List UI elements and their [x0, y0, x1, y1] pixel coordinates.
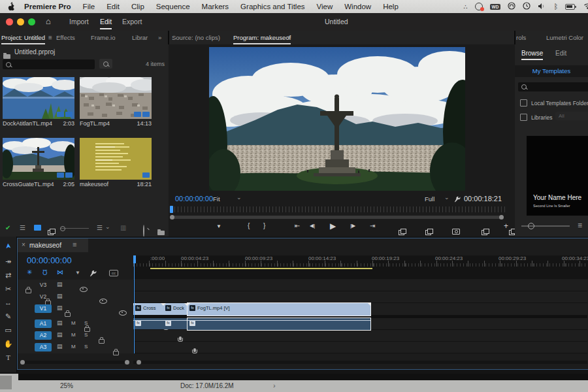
scrollbar-handle[interactable] — [125, 360, 129, 365]
track-output-eye-icon[interactable] — [99, 299, 107, 304]
menu-window[interactable]: Window — [344, 3, 371, 10]
add-marker-icon[interactable]: ▼ — [75, 270, 80, 276]
lift-button[interactable] — [399, 230, 404, 235]
solo-button[interactable]: S — [84, 320, 88, 326]
sequence-menu-icon[interactable]: ≡ — [73, 240, 76, 248]
workspace-tab-import[interactable]: Import — [69, 18, 89, 25]
timeline-playhead-line[interactable] — [134, 263, 135, 353]
track-select-forward-tool[interactable]: ↠ — [0, 257, 16, 266]
captions-icon[interactable]: cc — [109, 270, 118, 276]
status-chevron-icon[interactable]: › — [273, 382, 276, 389]
mark-out-button[interactable]: } — [263, 222, 265, 229]
project-search-input[interactable] — [3, 59, 95, 69]
track-name-v1[interactable]: V1 — [35, 304, 52, 313]
sequence-tab[interactable]: × makeuseof ≡ — [18, 238, 88, 252]
more-tabs-icon[interactable]: » — [158, 34, 161, 41]
my-templates-dropdown[interactable]: My Templates — [515, 65, 588, 77]
tab-frameio[interactable]: Frame.io — [91, 34, 115, 41]
freeform-view-button[interactable] — [48, 230, 54, 235]
extract-button[interactable] — [425, 230, 431, 235]
zoom-bar-right-handle[interactable] — [499, 215, 504, 220]
playback-resolution-dropdown[interactable]: Full — [425, 195, 434, 203]
work-area-bar[interactable] — [150, 268, 372, 269]
lock-icon[interactable] — [65, 312, 71, 317]
ripple-edit-tool[interactable]: ⇄ — [0, 271, 16, 280]
menu-help[interactable]: Help — [383, 3, 399, 10]
tab-effect-controls[interactable]: rols — [516, 34, 526, 41]
step-forward-button[interactable]: |▶ — [350, 223, 355, 229]
tab-effects[interactable]: Effects — [56, 34, 75, 41]
thumbnail-crossguatetl[interactable] — [3, 138, 74, 180]
thumbnail-fogtl[interactable] — [80, 77, 152, 119]
timeline-audio-cross[interactable]: fx — [133, 318, 164, 329]
document-zoom-level[interactable]: 25% — [60, 382, 73, 389]
checkbox-icon[interactable] — [520, 99, 527, 106]
templates-search-input[interactable] — [518, 82, 588, 91]
snap-magnet-icon[interactable]: Ω — [42, 269, 47, 276]
libraries-all-dropdown[interactable]: All — [555, 112, 588, 120]
track-name-a1[interactable]: A1 — [35, 319, 52, 328]
lane-v2[interactable] — [133, 291, 587, 303]
new-bin-button[interactable] — [157, 231, 165, 235]
scrollbar-handle[interactable] — [137, 360, 141, 365]
list-view-button[interactable]: ☰ — [20, 224, 25, 231]
sync-lock-icon[interactable]: ▤ — [57, 319, 63, 326]
clip-caption[interactable]: CrossGuateTL.mp4 2:05 — [3, 181, 74, 188]
lane-a3[interactable] — [133, 342, 587, 353]
headphones-status-icon[interactable] — [508, 2, 515, 11]
tab-lumetri-color[interactable]: Lumetri Color — [546, 34, 583, 41]
tab-project[interactable]: Project: Untitled — [1, 34, 45, 44]
dots-status-icon[interactable]: ∴ — [463, 3, 467, 10]
lane-a2[interactable] — [133, 330, 587, 342]
zoom-window-button[interactable] — [28, 18, 35, 25]
tab-source[interactable]: Source: (no clips) — [172, 34, 220, 41]
thumbnail-dockatitlantl[interactable] — [3, 77, 74, 119]
mute-button[interactable]: M — [71, 344, 76, 350]
menu-graphics-titles[interactable]: Graphics and Titles — [240, 3, 304, 10]
timeline-audio-dock[interactable]: fx — [163, 318, 188, 329]
lock-icon[interactable] — [84, 327, 90, 332]
sync-lock-icon[interactable]: ▤ — [57, 304, 63, 311]
clip-caption[interactable]: DockAtitlanTL.mp4 2:03 — [3, 120, 74, 127]
thumbnail-makeuseof-sequence[interactable] — [80, 138, 152, 180]
linked-selection-icon[interactable]: ⋈ — [57, 269, 63, 276]
timeline-ruler[interactable]: :00:00 00:00:04:23 00:00:09:23 00:00:14:… — [133, 255, 588, 279]
insert-button[interactable] — [482, 230, 487, 235]
local-templates-checkbox-row[interactable]: Local Templates Folder — [520, 99, 588, 106]
camera-status-icon[interactable] — [475, 3, 483, 10]
lock-icon[interactable] — [25, 289, 31, 293]
selection-tool[interactable]: ➤ — [3, 237, 13, 254]
template-preview[interactable]: Your Name Here Second Line Is Smaller — [527, 136, 588, 216]
sync-lock-icon[interactable]: ▤ — [57, 331, 63, 338]
tab-libraries[interactable]: Librar — [132, 34, 148, 41]
zoom-level-dropdown[interactable]: Fit — [213, 195, 220, 203]
checkbox-icon[interactable] — [520, 114, 527, 121]
settings-wrench-icon[interactable] — [454, 194, 461, 206]
timeline-timecode[interactable]: 00:00:00:00 — [27, 255, 72, 265]
menu-clip[interactable]: Clip — [131, 3, 144, 10]
timeline-settings-wrench-icon[interactable] — [90, 269, 97, 280]
timeline-scrollbar[interactable] — [133, 361, 587, 364]
export-frame-button[interactable] — [452, 229, 460, 235]
pen-tool[interactable]: ✎ — [0, 312, 16, 321]
program-zoom-bar[interactable] — [171, 216, 503, 219]
wd-drive-icon[interactable]: WD — [490, 4, 501, 10]
solo-button[interactable]: S — [84, 344, 88, 350]
hand-tool[interactable]: ✋ — [0, 340, 16, 348]
sync-lock-icon[interactable]: ▤ — [57, 281, 63, 287]
tab-browse[interactable]: Browse — [521, 50, 543, 60]
find-button[interactable] — [143, 225, 144, 237]
play-button[interactable]: ▶ — [330, 221, 336, 231]
track-name-v2[interactable]: V2 — [35, 293, 52, 301]
program-current-timecode[interactable]: 00:00:00:00 — [175, 195, 213, 203]
timeline-playhead-head[interactable] — [133, 255, 136, 263]
tab-program[interactable]: Program: makeuseof — [233, 34, 291, 44]
nest-toggle-icon[interactable]: ✳ — [27, 269, 32, 276]
clock-status-icon[interactable] — [523, 2, 531, 11]
workspace-tab-export[interactable]: Export — [122, 18, 142, 25]
voiceover-mic-icon[interactable] — [179, 336, 182, 340]
type-tool[interactable]: T — [0, 353, 16, 361]
overwrite-button[interactable] — [509, 230, 515, 235]
menu-sequence[interactable]: Sequence — [156, 3, 190, 10]
mark-in-button[interactable]: { — [248, 222, 250, 229]
